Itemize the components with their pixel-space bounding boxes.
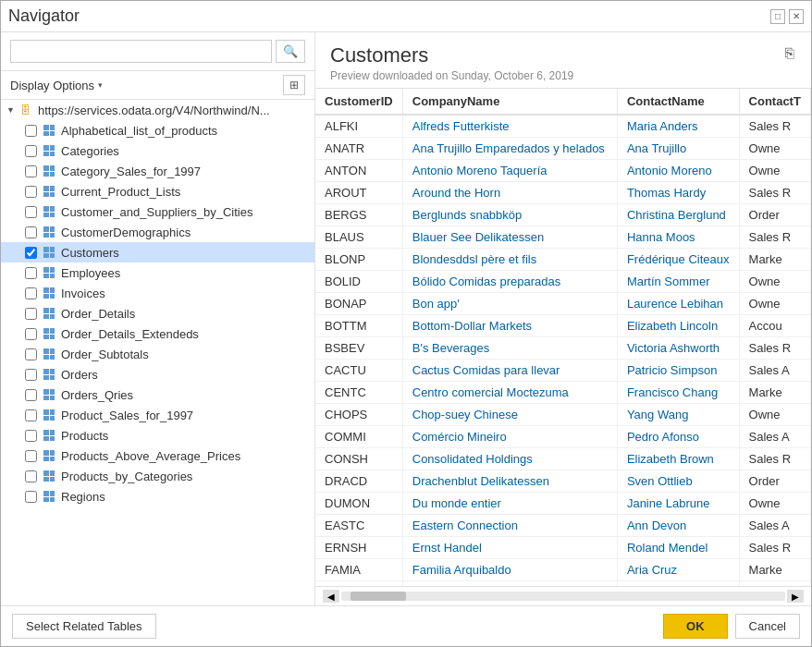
display-options-label: Display Options xyxy=(10,79,94,92)
checkbox-customer_demo[interactable] xyxy=(25,226,37,238)
tree-item-products[interactable]: Products xyxy=(1,425,314,446)
tree-item-order_details_ext[interactable]: Order_Details_Extendeds xyxy=(1,324,314,344)
table-cell: Elizabeth Brown xyxy=(617,448,739,470)
table-icon xyxy=(42,387,56,402)
tree-items: Alphabetical_list_of_productsCategoriesC… xyxy=(1,120,314,507)
table-cell: Ernst Handel xyxy=(402,537,617,559)
table-cell: Pedro Afonso xyxy=(617,426,739,448)
display-options-button[interactable]: Display Options ▾ xyxy=(10,79,103,92)
column-header-customerid: CustomerID xyxy=(315,89,402,115)
table-cell: Sales R xyxy=(739,115,810,138)
checkbox-category_sales[interactable] xyxy=(25,165,37,177)
table-row: BOTTMBottom-Dollar MarketsElizabeth Linc… xyxy=(315,315,811,337)
navigator-window: Navigator □ ✕ 🔍 Display Options ▾ ⊞ xyxy=(0,0,812,647)
tree-item-regions[interactable]: Regions xyxy=(1,486,314,507)
select-related-button[interactable]: Select Related Tables xyxy=(12,614,156,639)
cancel-button[interactable]: Cancel xyxy=(735,614,800,639)
table-cell: Drachenblut Delikatessen xyxy=(402,470,617,493)
tree-item-product_sales[interactable]: Product_Sales_for_1997 xyxy=(1,405,314,425)
table-cell: Laurence Lebihan xyxy=(617,293,739,315)
table-icon xyxy=(42,265,56,280)
tree-item-invoices[interactable]: Invoices xyxy=(1,283,314,303)
list-view-button[interactable]: ⊞ xyxy=(283,75,305,95)
horizontal-scrollbar[interactable]: ◀ ▶ xyxy=(315,586,811,605)
table-icon xyxy=(42,143,56,158)
tree-item-products_above[interactable]: Products_Above_Average_Prices xyxy=(1,446,314,466)
tree-item-customer_demo[interactable]: CustomerDemographics xyxy=(1,222,314,242)
table-row: CHOPSChop-suey ChineseYang WangOwne xyxy=(315,404,811,426)
checkbox-order_details[interactable] xyxy=(25,308,37,320)
search-button[interactable]: 🔍 xyxy=(276,40,305,63)
tree-item-categories[interactable]: Categories xyxy=(1,140,314,161)
table-row: ALFKIAlfreds FutterkisteMaria AndersSale… xyxy=(315,115,811,138)
table-row: BERGSBerglunds snabbköpChristina Berglun… xyxy=(315,204,811,226)
tree-root[interactable]: ▼ 🗄 https://services.odata.org/V4/Northw… xyxy=(1,100,314,120)
checkbox-employees[interactable] xyxy=(25,267,37,279)
database-icon: 🗄 xyxy=(18,103,33,117)
table-cell: Du monde entier xyxy=(402,493,617,515)
checkbox-products[interactable] xyxy=(25,430,37,442)
window-title: Navigator xyxy=(8,6,80,26)
table-cell: Sales A xyxy=(739,360,810,382)
tree-item-category_sales[interactable]: Category_Sales_for_1997 xyxy=(1,161,314,181)
tree-item-employees[interactable]: Employees xyxy=(1,262,314,283)
scroll-thumb xyxy=(351,592,406,601)
table-cell: Marke xyxy=(739,249,810,271)
tree-item-label: Order_Subtotals xyxy=(61,348,149,361)
table-header: CustomerIDCompanyNameContactNameContactT xyxy=(315,89,811,115)
tree-item-orders[interactable]: Orders xyxy=(1,364,314,385)
table-cell: Bottom-Dollar Markets xyxy=(402,315,617,337)
tree-item-label: Customers xyxy=(61,246,119,260)
checkbox-regions[interactable] xyxy=(25,491,37,503)
tree-item-alphabetical[interactable]: Alphabetical_list_of_products xyxy=(1,120,314,140)
tree-item-label: Employees xyxy=(61,266,120,280)
table-cell: Cactus Comidas para llevar xyxy=(402,360,617,382)
scroll-left-button[interactable]: ◀ xyxy=(323,590,339,603)
checkbox-current_product[interactable] xyxy=(25,186,37,198)
table-icon xyxy=(42,408,56,422)
column-header-companyname: CompanyName xyxy=(402,89,617,115)
checkbox-alphabetical[interactable] xyxy=(25,125,37,137)
minimize-button[interactable]: □ xyxy=(770,9,785,24)
table-icon xyxy=(42,204,56,219)
table-row: DRACDDrachenblut DelikatessenSven Ottlie… xyxy=(315,470,811,493)
scroll-right-button[interactable]: ▶ xyxy=(787,590,804,603)
table-cell: Sales R xyxy=(739,448,810,470)
checkbox-orders_qries[interactable] xyxy=(25,389,37,401)
checkbox-customer_suppliers[interactable] xyxy=(25,206,37,218)
close-button[interactable]: ✕ xyxy=(789,9,804,24)
checkbox-product_sales[interactable] xyxy=(25,409,37,421)
table-cell: Yang Wang xyxy=(617,404,739,426)
tree-item-order_details[interactable]: Order_Details xyxy=(1,303,314,324)
checkbox-customers[interactable] xyxy=(25,247,37,259)
table-container[interactable]: CustomerIDCompanyNameContactNameContactT… xyxy=(315,89,811,586)
checkbox-orders[interactable] xyxy=(25,369,37,381)
search-input[interactable] xyxy=(10,40,272,63)
tree-area[interactable]: ▼ 🗄 https://services.odata.org/V4/Northw… xyxy=(1,100,314,605)
checkbox-order_details_ext[interactable] xyxy=(25,328,37,340)
table-row: CACTUCactus Comidas para llevarPatricio … xyxy=(315,360,811,382)
ok-button[interactable]: OK xyxy=(663,614,728,639)
tree-item-orders_qries[interactable]: Orders_Qries xyxy=(1,385,314,405)
table-cell: Accou xyxy=(739,581,810,587)
tree-item-current_product[interactable]: Current_Product_Lists xyxy=(1,181,314,201)
table-cell: Patricio Simpson xyxy=(617,360,739,382)
checkbox-order_subtotals[interactable] xyxy=(25,348,37,360)
table-cell: Consolidated Holdings xyxy=(402,448,617,470)
checkbox-products_by_cat[interactable] xyxy=(25,470,37,482)
preview-options-button[interactable]: ⎘ xyxy=(783,43,796,64)
table-cell: Antonio Moreno Taquería xyxy=(402,160,617,182)
table-cell: Owne xyxy=(739,293,810,315)
tree-item-order_subtotals[interactable]: Order_Subtotals xyxy=(1,344,314,364)
table-icon xyxy=(42,489,56,504)
tree-item-products_by_cat[interactable]: Products_by_Categories xyxy=(1,466,314,486)
checkbox-products_above[interactable] xyxy=(25,450,37,462)
tree-item-label: Alphabetical_list_of_products xyxy=(61,124,217,138)
tree-item-customers[interactable]: Customers xyxy=(1,242,314,262)
checkbox-invoices[interactable] xyxy=(25,287,37,299)
checkbox-categories[interactable] xyxy=(25,145,37,157)
table-row: FISSAFISSA Fabrica Inter. Salchichas S.A… xyxy=(315,581,811,587)
table-cell: Janine Labrune xyxy=(617,493,739,515)
tree-item-customer_suppliers[interactable]: Customer_and_Suppliers_by_Cities xyxy=(1,201,314,222)
table-cell: Owne xyxy=(739,271,810,293)
